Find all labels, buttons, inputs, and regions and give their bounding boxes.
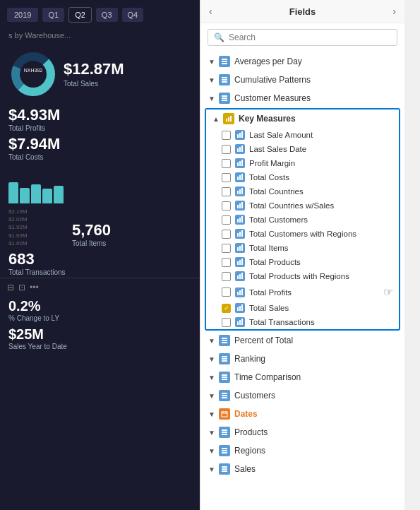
measure-icon	[235, 257, 245, 267]
expand-icon: ▼	[208, 392, 216, 400]
svg-rect-18	[241, 131, 243, 138]
table-icon	[219, 56, 230, 67]
svg-rect-62	[222, 358, 227, 360]
group-dates-header[interactable]: ▼ Dates	[200, 405, 404, 422]
svg-rect-58	[222, 338, 227, 339]
svg-rect-7	[222, 77, 227, 78]
svg-rect-26	[239, 175, 241, 180]
svg-rect-12	[222, 100, 227, 101]
percent-change-label: % Change to LY	[8, 314, 200, 322]
measure-label: Total Items	[249, 244, 289, 252]
svg-rect-51	[241, 289, 243, 295]
group-customers-label: Customers	[234, 391, 275, 401]
svg-rect-11	[222, 97, 227, 99]
svg-rect-70	[222, 412, 227, 417]
q3-button[interactable]: Q3	[96, 8, 118, 22]
group-cumulative-header[interactable]: ▼ Cumulative Patterns	[200, 71, 404, 88]
svg-rect-44	[239, 260, 241, 265]
measure-total-items: Total Items	[206, 241, 399, 255]
measure-icon	[235, 271, 245, 281]
group-regions-label: Regions	[234, 446, 265, 456]
group-ranking-header[interactable]: ▼ Ranking	[200, 350, 404, 367]
group-percent-header[interactable]: ▼ Percent of Total	[200, 332, 404, 349]
group-customer-header[interactable]: ▼ Customer Measures	[200, 90, 404, 107]
table-icon	[219, 335, 230, 346]
checkbox-total-countries[interactable]	[222, 187, 231, 196]
fields-header: ‹ Fields ›	[200, 0, 404, 23]
key-measures-header[interactable]: ▲ Key Measures	[206, 109, 399, 128]
total-profits-label: Total Profits	[8, 124, 200, 132]
checkbox-last-sales-date[interactable]	[222, 145, 231, 154]
measure-total-costs: Total Costs	[206, 170, 399, 184]
year-quarter-toolbar: 2019 Q1 Q2 Q3 Q4	[0, 0, 200, 30]
forward-chevron[interactable]: ›	[392, 6, 396, 17]
measure-label: Total Countries w/Sales	[249, 201, 334, 210]
checkbox-total-costs[interactable]	[222, 173, 231, 182]
more-icon[interactable]: •••	[30, 283, 39, 292]
checkbox-total-sales[interactable]	[222, 304, 231, 313]
group-time-header[interactable]: ▼ Time Comparison	[200, 369, 404, 386]
percent-change-section: 0.2% % Change to LY	[0, 297, 200, 324]
checkbox-total-countries-sales[interactable]	[222, 201, 231, 210]
cursor-hover-icon: ☞	[383, 285, 393, 299]
year-button[interactable]: 2019	[7, 8, 38, 22]
measure-label: Total Profits	[249, 288, 292, 297]
checkbox-last-sale[interactable]	[222, 131, 231, 140]
group-averages: ▼ Averages per Day	[200, 53, 404, 70]
checkbox-total-products[interactable]	[222, 258, 231, 267]
total-transactions-value: 683	[8, 250, 200, 268]
group-averages-header[interactable]: ▼ Averages per Day	[200, 53, 404, 70]
checkbox-total-customers-regions[interactable]	[222, 230, 231, 239]
svg-rect-53	[239, 306, 241, 311]
q4-button[interactable]: Q4	[122, 8, 144, 22]
group-regions-header[interactable]: ▼ Regions	[200, 442, 404, 459]
checkbox-profit-margin[interactable]	[222, 159, 231, 168]
measure-icon	[235, 201, 245, 210]
group-percent-label: Percent of Total	[234, 336, 293, 345]
svg-rect-6	[222, 63, 227, 64]
group-percent-total: ▼ Percent of Total	[200, 332, 404, 349]
group-products: ▼ Products	[200, 424, 404, 441]
checkbox-total-profits[interactable]	[222, 287, 231, 297]
svg-rect-82	[222, 470, 227, 472]
expand-icon: ▼	[208, 374, 216, 381]
group-sales-header[interactable]: ▼ Sales	[200, 461, 404, 478]
group-customers-header[interactable]: ▼ Customers	[200, 387, 404, 404]
measure-label: Total Customers	[249, 215, 308, 224]
svg-rect-79	[222, 452, 227, 453]
bar-5	[54, 186, 64, 203]
svg-rect-67	[222, 393, 227, 394]
q2-button[interactable]: Q2	[68, 7, 92, 23]
svg-rect-55	[237, 321, 239, 325]
q1-button[interactable]: Q1	[42, 8, 64, 22]
checkbox-total-products-regions[interactable]	[222, 272, 231, 281]
ytd-section: $25M Sales Year to Date	[0, 324, 200, 356]
fields-title: Fields	[289, 6, 316, 17]
svg-rect-33	[241, 202, 243, 208]
svg-rect-45	[241, 259, 243, 265]
checkbox-total-customers[interactable]	[222, 215, 231, 225]
checkbox-total-items[interactable]	[222, 244, 231, 253]
expand-icon: ▼	[208, 355, 216, 363]
left-panel: 2019 Q1 Q2 Q3 Q4 s by Warehouse... NXH38…	[0, 0, 200, 510]
measure-total-sales: Total Sales	[206, 301, 399, 315]
search-box[interactable]: 🔍	[208, 29, 397, 46]
svg-rect-16	[237, 134, 239, 138]
bar-3	[31, 184, 41, 204]
measure-label: Total Countries	[249, 187, 304, 196]
back-chevron[interactable]: ‹	[209, 6, 212, 17]
svg-rect-48	[241, 273, 243, 279]
bar-2	[20, 188, 30, 204]
svg-rect-30	[241, 188, 243, 194]
measure-total-countries-sales: Total Countries w/Sales	[206, 198, 399, 213]
group-time-comparison: ▼ Time Comparison	[200, 369, 404, 386]
group-customer-label: Customer Measures	[234, 93, 311, 103]
group-products-header[interactable]: ▼ Products	[200, 424, 404, 441]
checkbox-total-transactions[interactable]	[222, 318, 231, 327]
svg-rect-31	[237, 205, 239, 208]
svg-rect-20	[239, 147, 241, 152]
measure-icon	[235, 229, 245, 239]
search-input[interactable]	[229, 32, 391, 42]
filter-icon[interactable]: ⊟	[7, 283, 14, 292]
layout-icon[interactable]: ⊡	[18, 283, 25, 292]
